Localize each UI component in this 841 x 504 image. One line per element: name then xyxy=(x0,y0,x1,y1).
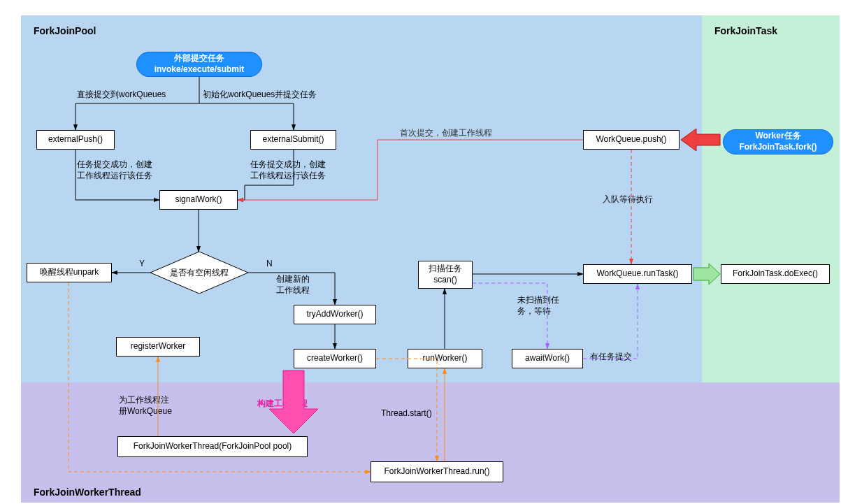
label-forkjointask: ForkJoinTask xyxy=(714,25,777,36)
lbl-regWorkQueue: 为工作线程注 册WorkQueue xyxy=(119,395,172,417)
node-runWorker: runWorker() xyxy=(408,349,482,368)
external-submit-line2: invoke/execute/submit xyxy=(154,64,245,75)
node-unpark: 唤醒线程unpark xyxy=(27,263,112,282)
node-createWorker: createWorker() xyxy=(294,349,376,368)
lbl-directSubmit: 直接提交到workQueues xyxy=(77,89,166,101)
idle-decision-label: 是否有空闲线程 xyxy=(150,252,248,294)
node-signalWork: signalWork() xyxy=(159,190,238,210)
region-forkjointask xyxy=(702,15,840,382)
lbl-threadStart: Thread.start() xyxy=(381,408,432,419)
scan-line1: 扫描任务 xyxy=(429,264,462,275)
lbl-firstSubmit: 首次提交，创建工作线程 xyxy=(400,128,492,139)
node-doExec: ForkJoinTask.doExec() xyxy=(721,264,830,284)
node-wqPush: WorkQueue.push() xyxy=(583,130,680,150)
node-fjwt-ctor: ForkJoinWorkerThread(ForkJoinPool pool) xyxy=(117,436,308,457)
lbl-initAndSubmit: 初始化workQueues并提交任务 xyxy=(203,89,317,101)
node-scan: 扫描任务 scan() xyxy=(418,261,473,289)
lbl-N: N xyxy=(266,259,273,270)
node-awaitWork: awaitWork() xyxy=(512,349,583,368)
lbl-Y: Y xyxy=(139,259,145,270)
region-forkjoinpool xyxy=(21,15,702,382)
lbl-buildWorker: 构建工作线程 xyxy=(257,398,308,410)
label-forkjoinworkerthread: ForkJoinWorkerThread xyxy=(34,487,141,498)
lbl-createNewThread: 创建新的 工作线程 xyxy=(276,274,310,296)
worker-fork-line2: ForkJoinTask.fork() xyxy=(739,142,817,153)
node-externalSubmit: externalSubmit() xyxy=(250,130,336,150)
lbl-enqueueWait: 入队等待执行 xyxy=(603,194,653,206)
node-external-submit: 外部提交任务 invoke/execute/submit xyxy=(136,52,262,77)
node-externalPush: externalPush() xyxy=(36,130,115,150)
node-idle-decision: 是否有空闲线程 xyxy=(150,252,248,294)
label-forkjoinpool: ForkJoinPool xyxy=(34,25,96,36)
node-registerWorker: registerWorker xyxy=(116,337,200,357)
scan-line2: scan() xyxy=(433,275,457,286)
node-wqRunTask: WorkQueue.runTask() xyxy=(583,264,692,284)
node-fjwt-run: ForkJoinWorkerThread.run() xyxy=(371,461,503,482)
diagram-canvas: ForkJoinPool ForkJoinTask ForkJoinWorker… xyxy=(0,0,841,504)
lbl-noTaskWait: 未扫描到任 务，等待 xyxy=(517,295,559,317)
node-worker-fork: Worker任务 ForkJoinTask.fork() xyxy=(723,129,833,154)
lbl-pushOk1: 任务提交成功，创建 工作线程运行该任务 xyxy=(77,159,168,181)
node-tryAddWorker: tryAddWorker() xyxy=(294,305,376,324)
lbl-pushOk2: 任务提交成功，创建 工作线程运行该任务 xyxy=(250,159,341,181)
external-submit-line1: 外部提交任务 xyxy=(174,53,224,64)
worker-fork-line1: Worker任务 xyxy=(755,131,800,142)
lbl-hasTaskSubmit: 有任务提交 xyxy=(590,352,632,363)
